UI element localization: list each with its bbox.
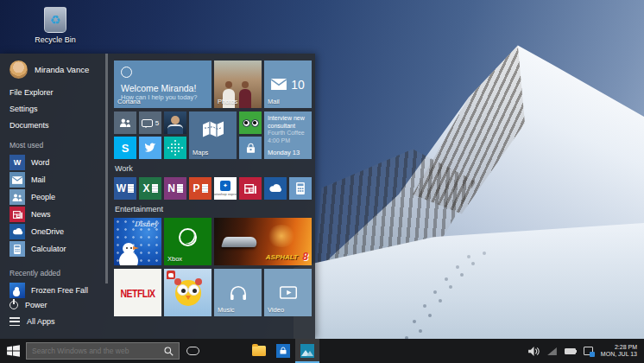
onenote-page-icon — [177, 184, 183, 193]
battery-button[interactable] — [565, 348, 576, 354]
sidebar-item-documents[interactable]: Documents — [9, 120, 104, 131]
tile-cortana[interactable]: Welcome Miranda! How can I help you toda… — [114, 60, 212, 108]
dots-icon — [174, 147, 177, 150]
recycle-bin-icon: ♻ — [44, 7, 66, 33]
xbox-logo-icon — [179, 228, 197, 246]
most-used-item-people[interactable]: People — [9, 189, 104, 205]
taskbar-store[interactable] — [271, 339, 295, 363]
taskbar-clock[interactable]: 2:28 PM MON, JUL 13 — [601, 344, 637, 359]
people-icon — [119, 118, 131, 127]
user-account-button[interactable]: Miranda Vance — [9, 60, 104, 79]
start-tiles: Welcome Miranda! How can I help you toda… — [107, 54, 315, 339]
tile-frozen-free-fall[interactable]: Disney — [114, 218, 161, 265]
calendar-event-title: Interview new consultant — [268, 115, 308, 130]
tile-music[interactable]: Music — [214, 269, 262, 316]
tile-video[interactable]: Video — [264, 269, 312, 316]
asphalt-glow — [267, 225, 296, 247]
messaging-count: 5 — [155, 119, 159, 127]
most-used-item-onedrive[interactable]: OneDrive — [9, 224, 104, 239]
all-apps-button[interactable]: All Apps — [9, 317, 104, 328]
tile-contact-photo[interactable] — [164, 111, 186, 134]
action-center-button[interactable] — [584, 347, 593, 355]
windows-logo-icon — [7, 345, 20, 357]
sidebar-item-settings[interactable]: Settings — [9, 104, 104, 114]
start-button[interactable] — [0, 339, 26, 363]
store-icon — [276, 344, 290, 358]
tile-word[interactable]: W — [114, 177, 136, 200]
netflix-logo: NETFLIX — [120, 286, 155, 299]
calculator-icon — [9, 241, 25, 257]
network-icon — [547, 347, 557, 355]
excel-page-icon — [152, 184, 158, 193]
recycle-bin-shortcut[interactable]: ♻ Recycle Bin — [26, 7, 85, 44]
tile-photos[interactable]: Photos — [214, 60, 262, 108]
tile-messaging[interactable]: 5 — [139, 111, 161, 134]
tile-calculator[interactable] — [289, 177, 312, 200]
tile-chick-game[interactable] — [164, 269, 212, 316]
tile-powerpoint[interactable]: P — [189, 177, 212, 200]
xbox-label: Xbox — [167, 255, 182, 263]
task-view-button[interactable] — [180, 339, 205, 363]
user-name: Miranda Vance — [35, 65, 89, 74]
calendar-event-location: Fourth Coffee — [268, 130, 308, 137]
taskbar-photos-active[interactable] — [295, 339, 319, 363]
recently-added-item-frozen-free-fall[interactable]: Frozen Free Fall — [9, 283, 104, 298]
desktop: ♻ Recycle Bin Miranda Vance File Explore… — [0, 0, 644, 363]
most-used-item-news[interactable]: News — [9, 207, 104, 222]
tile-calendar[interactable]: Interview new consultant Fourth Coffee 4… — [264, 111, 312, 159]
most-used-item-mail[interactable]: Mail — [9, 172, 104, 188]
sidebar-item-file-explorer[interactable]: File Explorer — [9, 87, 104, 98]
cortana-label: Cortana — [117, 98, 141, 105]
tile-twitter[interactable] — [139, 137, 161, 159]
tile-netflix[interactable]: NETFLIX — [114, 269, 161, 316]
photos-app-icon — [300, 344, 314, 358]
power-button[interactable]: Power — [9, 300, 104, 310]
headphones-icon — [229, 285, 248, 301]
tile-maps[interactable]: Maps — [189, 111, 237, 159]
tile-xbox[interactable]: Xbox — [164, 218, 212, 265]
most-used-item-calculator[interactable]: Calculator — [9, 241, 104, 257]
video-label: Video — [268, 306, 284, 314]
tile-store[interactable] — [239, 137, 262, 159]
messaging-icon — [142, 119, 153, 127]
olaf-carrot-nose — [133, 246, 141, 250]
file-explorer-icon — [252, 346, 266, 356]
photos-label: Photos — [218, 98, 237, 105]
video-icon — [280, 286, 297, 299]
volume-button[interactable] — [528, 347, 540, 356]
start-menu-scrollbar[interactable] — [105, 54, 108, 283]
tile-news[interactable] — [239, 177, 262, 200]
tile-mail[interactable]: 10 Mail — [264, 60, 312, 108]
search-input[interactable] — [32, 347, 164, 355]
people-icon — [9, 189, 25, 205]
speaker-icon — [528, 347, 540, 356]
search-icon — [164, 347, 174, 356]
tile-photoshop-express[interactable]: ✦ photoshop express — [214, 177, 237, 200]
tile-asphalt-8[interactable]: ASPHALT 8 — [214, 218, 312, 265]
taskbar-search[interactable] — [26, 342, 180, 360]
calendar-date: Monday 13 — [268, 149, 300, 156]
tile-dots-app[interactable] — [164, 137, 186, 159]
most-used-item-word[interactable]: W Word — [9, 155, 104, 170]
chick-beak — [186, 296, 191, 302]
group-header-work: Work — [115, 164, 315, 173]
twitter-bird-icon — [144, 143, 156, 153]
zynga-flag-icon — [167, 271, 175, 279]
taskbar-file-explorer[interactable] — [247, 339, 271, 363]
network-button[interactable] — [547, 347, 557, 355]
tile-onedrive[interactable] — [264, 177, 287, 200]
tile-excel[interactable]: X — [139, 177, 161, 200]
task-view-icon — [186, 347, 199, 355]
tile-people-small[interactable] — [114, 111, 136, 134]
notification-badge — [590, 352, 595, 357]
contact-face — [171, 116, 180, 124]
news-icon — [9, 207, 25, 222]
small-tile-grid: 5 S — [114, 111, 186, 159]
action-center-icon — [584, 347, 593, 355]
tile-onenote[interactable]: N — [164, 177, 186, 200]
tile-tripadvisor[interactable] — [239, 111, 262, 134]
tile-skype[interactable]: S — [114, 137, 136, 159]
mail-icon — [9, 172, 25, 188]
mail-envelope-icon — [271, 79, 287, 90]
taskbar: 2:28 PM MON, JUL 13 — [0, 339, 644, 363]
